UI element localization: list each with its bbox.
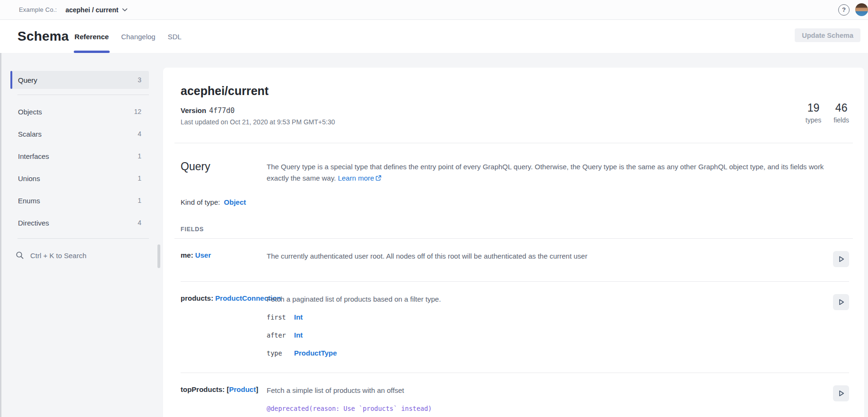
search-icon <box>16 251 24 260</box>
sidebar-item-label: Enums <box>18 197 40 205</box>
field-name-text: topProducts: <box>181 385 225 393</box>
tabs: Reference Changelog SDL <box>74 20 182 53</box>
body: Query 3 Objects 12 Scalars 4 Interfaces … <box>0 53 868 417</box>
graph-selector-label: acephei / current <box>65 6 118 14</box>
sidebar-item-label: Unions <box>18 174 40 182</box>
sidebar-item-label: Directives <box>18 219 49 227</box>
arg-name: first <box>267 312 294 322</box>
sidebar-item-scalars[interactable]: Scalars 4 <box>10 125 149 143</box>
arg-type-link[interactable]: ProductType <box>294 348 337 358</box>
field-arg: after Int <box>267 330 830 340</box>
arg-type-link[interactable]: Int <box>294 312 303 322</box>
sidebar-scrollbar[interactable] <box>157 244 160 268</box>
field-name: topProducts: [Product] <box>181 385 267 417</box>
version-value: 4f77d0 <box>209 106 234 115</box>
run-query-button[interactable] <box>833 294 849 310</box>
bracket-close: ] <box>256 385 258 393</box>
arg-type-link[interactable]: Int <box>294 330 303 340</box>
field-name: products: ProductConnection <box>181 294 267 358</box>
type-description: The Query type is a special type that de… <box>267 160 829 184</box>
graph-selector[interactable]: acephei / current <box>65 6 128 14</box>
graph-head: acephei/current Version4f77d0 Last updat… <box>181 68 849 143</box>
sidebar-item-count: 12 <box>134 108 141 115</box>
fields-list: me: User The currently authenticated use… <box>181 239 849 417</box>
sidebar-item-directives[interactable]: Directives 4 <box>10 214 149 232</box>
last-updated: Last updated on Oct 21, 2020 at 9:53 PM … <box>181 118 849 126</box>
sidebar-item-label: Query <box>18 76 37 84</box>
run-query-button[interactable] <box>833 385 849 401</box>
arg-name: type <box>267 348 294 358</box>
type-section: Query The Query type is a special type t… <box>181 143 849 239</box>
type-name: Query <box>181 160 267 184</box>
stat-label: fields <box>833 116 849 124</box>
play-icon <box>836 254 846 264</box>
schema-stats: 19 types 46 fields <box>806 102 849 124</box>
field-row-topproducts: topProducts: [Product] Fetch a simple li… <box>181 373 849 417</box>
sidebar-item-label: Interfaces <box>18 152 49 160</box>
page-header: Schema Reference Changelog SDL Update Sc… <box>0 20 868 53</box>
kind-value-link[interactable]: Object <box>224 198 246 206</box>
tab-sdl[interactable]: SDL <box>167 20 182 53</box>
field-description: Fetch a paginated list of products based… <box>267 294 830 304</box>
field-name-text: products: <box>181 294 213 302</box>
fields-section-label: FIELDS <box>181 226 849 233</box>
field-row-products: products: ProductConnection Fetch a pagi… <box>181 282 849 373</box>
update-schema-button[interactable]: Update Schema <box>795 28 860 42</box>
schema-card: acephei/current Version4f77d0 Last updat… <box>163 68 864 417</box>
org-label: Example Co.: <box>19 6 57 13</box>
arg-name: after <box>267 330 294 340</box>
version-row: Version4f77d0 <box>181 106 849 115</box>
schema-search[interactable]: Ctrl + K to Search <box>16 246 149 264</box>
run-query-button[interactable] <box>833 251 849 267</box>
sidebar-item-unions[interactable]: Unions 1 <box>10 169 149 187</box>
learn-more-label: Learn more <box>338 174 374 182</box>
play-icon <box>836 389 846 398</box>
help-icon[interactable]: ? <box>838 4 850 16</box>
kind-label: Kind of type: <box>181 198 220 206</box>
card-divider <box>174 238 853 239</box>
schema-page: Example Co.: acephei / current ? Schema … <box>0 0 868 417</box>
help-glyph: ? <box>842 6 846 13</box>
stat-value: 46 <box>833 102 849 115</box>
sidebar-item-count: 1 <box>138 197 141 204</box>
search-hint: Ctrl + K to Search <box>30 252 87 260</box>
sidebar-item-label: Scalars <box>18 130 42 138</box>
sidebar-divider <box>17 238 149 239</box>
tab-changelog[interactable]: Changelog <box>120 20 156 53</box>
stat-label: types <box>806 116 821 124</box>
stat-value: 19 <box>806 102 821 115</box>
sidebar-item-interfaces[interactable]: Interfaces 1 <box>10 147 149 165</box>
field-row-me: me: User The currently authenticated use… <box>181 239 849 282</box>
page-title: Schema <box>17 29 69 44</box>
field-args: first Int after Int type ProductType <box>267 312 830 358</box>
chevron-down-icon <box>122 8 128 12</box>
stat-types: 19 types <box>806 102 821 124</box>
field-arg: first Int <box>267 312 830 322</box>
field-description: Fetch a simple list of products with an … <box>267 385 830 396</box>
topbar: Example Co.: acephei / current ? <box>0 0 868 20</box>
sidebar-item-label: Objects <box>18 108 42 116</box>
topbar-right: ? <box>838 3 867 16</box>
field-name: me: User <box>181 251 267 267</box>
field-name-text: me: <box>181 251 193 259</box>
sidebar-item-count: 4 <box>138 219 141 226</box>
play-icon <box>836 297 846 307</box>
sidebar-item-count: 4 <box>138 130 141 138</box>
learn-more-link[interactable]: Learn more <box>338 174 382 182</box>
field-type-link[interactable]: Product <box>229 385 256 393</box>
sidebar-item-enums[interactable]: Enums 1 <box>10 191 149 209</box>
sidebar-divider <box>17 95 149 95</box>
field-description: The currently authenticated user root. A… <box>267 251 830 261</box>
tab-reference[interactable]: Reference <box>74 20 110 53</box>
deprecated-annotation: @deprecated(reason: Use `products` inste… <box>267 403 830 414</box>
sidebar-item-objects[interactable]: Objects 12 <box>10 103 149 121</box>
field-body: Fetch a simple list of products with an … <box>267 385 830 417</box>
graph-title: acephei/current <box>181 84 849 98</box>
sidebar-item-query[interactable]: Query 3 <box>10 71 149 89</box>
user-avatar[interactable] <box>855 3 868 16</box>
field-arg: type ProductType <box>267 348 830 358</box>
field-type-link[interactable]: User <box>195 251 211 259</box>
stat-fields: 46 fields <box>833 102 849 124</box>
sidebar-item-count: 3 <box>138 76 141 84</box>
field-body: Fetch a paginated list of products based… <box>267 294 830 358</box>
